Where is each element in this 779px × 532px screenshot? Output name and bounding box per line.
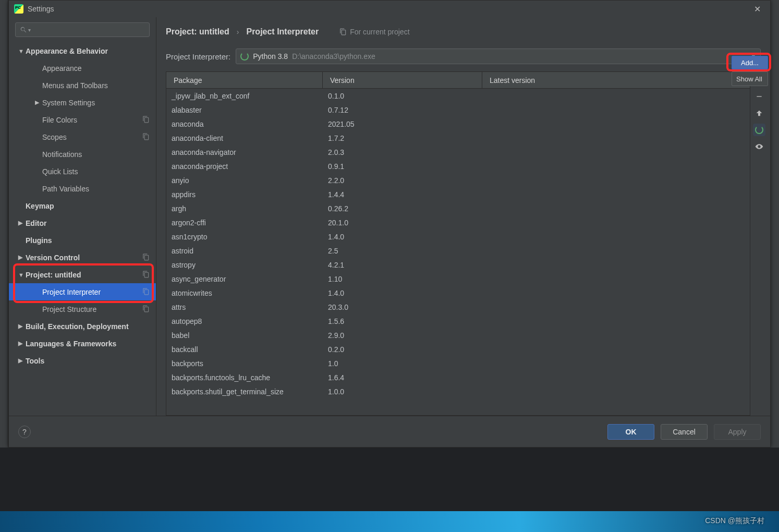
sidebar-item-menus-and-toolbars[interactable]: Menus and Toolbars bbox=[9, 77, 156, 94]
breadcrumb: Project: untitled › Project Interpreter … bbox=[156, 17, 770, 46]
search-history-caret-icon[interactable]: ▾ bbox=[28, 27, 31, 33]
interpreter-dropdown[interactable]: Python 3.8 D:\anaconda3\python.exe ▼ bbox=[236, 49, 761, 64]
ok-button[interactable]: OK bbox=[607, 424, 654, 440]
table-row[interactable]: backports.shutil_get_terminal_size1.0.0 bbox=[166, 384, 750, 398]
sidebar-item-label: Version Control bbox=[26, 253, 80, 262]
sidebar-item-appearance-behavior[interactable]: ▼Appearance & Behavior bbox=[9, 42, 156, 59]
close-icon[interactable]: ✕ bbox=[750, 2, 765, 16]
settings-sidebar: ▾ ▼Appearance & BehaviorAppearanceMenus … bbox=[9, 17, 156, 416]
main-panel: Project: untitled › Project Interpreter … bbox=[156, 17, 770, 416]
tree-arrow-icon: ▶ bbox=[18, 357, 26, 364]
table-row[interactable]: async_generator1.10 bbox=[166, 272, 750, 286]
sidebar-item-path-variables[interactable]: Path Variables bbox=[9, 180, 156, 197]
sidebar-item-label: System Settings bbox=[42, 99, 95, 107]
col-version[interactable]: Version bbox=[323, 72, 482, 88]
table-row[interactable]: _ipyw_jlab_nb_ext_conf0.1.0 bbox=[166, 89, 750, 103]
current-project-hint: For current project bbox=[339, 28, 409, 36]
cancel-button[interactable]: Cancel bbox=[661, 424, 708, 440]
table-row[interactable]: backcall0.2.0 bbox=[166, 342, 750, 356]
sidebar-item-languages-frameworks[interactable]: ▶Languages & Frameworks bbox=[9, 335, 156, 352]
apply-button[interactable]: Apply bbox=[714, 424, 761, 440]
cell-package: backports bbox=[166, 359, 323, 368]
package-toolbar bbox=[750, 71, 768, 416]
sidebar-item-editor[interactable]: ▶Editor bbox=[9, 214, 156, 232]
remove-package-button[interactable] bbox=[753, 90, 765, 103]
sidebar-item-label: Menus and Toolbars bbox=[42, 81, 108, 90]
settings-tree: ▼Appearance & BehaviorAppearanceMenus an… bbox=[9, 42, 156, 416]
table-row[interactable]: anyio2.2.0 bbox=[166, 173, 750, 187]
sidebar-item-label: File Colors bbox=[42, 116, 77, 124]
sidebar-item-label: Scopes bbox=[42, 133, 67, 141]
table-row[interactable]: asn1crypto1.4.0 bbox=[166, 229, 750, 244]
col-latest[interactable]: Latest version bbox=[482, 72, 750, 88]
cell-version: 2.9.0 bbox=[323, 331, 482, 340]
sidebar-item-label: Appearance bbox=[42, 64, 82, 72]
cell-package: anyio bbox=[166, 176, 323, 185]
sidebar-item-project-interpreter[interactable]: Project Interpreter bbox=[9, 283, 156, 300]
sidebar-item-notifications[interactable]: Notifications bbox=[9, 146, 156, 163]
packages-table: Package Version Latest version _ipyw_jla… bbox=[166, 71, 750, 416]
sidebar-item-label: Editor bbox=[26, 219, 46, 227]
sidebar-item-build-execution-deployment[interactable]: ▶Build, Execution, Deployment bbox=[9, 318, 156, 335]
breadcrumb-interpreter: Project Interpreter bbox=[246, 27, 319, 37]
search-input[interactable]: ▾ bbox=[15, 22, 150, 37]
cell-package: backports.shutil_get_terminal_size bbox=[166, 388, 323, 396]
sidebar-item-appearance[interactable]: Appearance bbox=[9, 59, 156, 77]
sidebar-item-version-control[interactable]: ▶Version Control bbox=[9, 249, 156, 266]
table-row[interactable]: argh0.26.2 bbox=[166, 201, 750, 215]
show-all-interpreters-item[interactable]: Show All bbox=[732, 71, 768, 86]
loading-ring-icon bbox=[240, 52, 249, 61]
copy-icon bbox=[339, 28, 347, 35]
sidebar-item-label: Project Structure bbox=[42, 305, 96, 313]
table-row[interactable]: anaconda2021.05 bbox=[166, 117, 750, 131]
breadcrumb-project[interactable]: Project: untitled bbox=[166, 27, 229, 37]
add-interpreter-button[interactable]: Add... bbox=[732, 56, 768, 69]
table-row[interactable]: attrs20.3.0 bbox=[166, 300, 750, 314]
use-conda-button[interactable] bbox=[753, 124, 765, 136]
sidebar-item-quick-lists[interactable]: Quick Lists bbox=[9, 163, 156, 180]
window-title: Settings bbox=[28, 5, 54, 13]
sidebar-item-tools[interactable]: ▶Tools bbox=[9, 352, 156, 369]
table-row[interactable]: backports.functools_lru_cache1.6.4 bbox=[166, 370, 750, 384]
table-row[interactable]: anaconda-client1.7.2 bbox=[166, 131, 750, 145]
sidebar-item-label: Build, Execution, Deployment bbox=[26, 322, 129, 331]
cell-package: astropy bbox=[166, 261, 323, 269]
table-row[interactable]: astropy4.2.1 bbox=[166, 258, 750, 272]
table-row[interactable]: atomicwrites1.4.0 bbox=[166, 286, 750, 300]
sidebar-item-file-colors[interactable]: File Colors bbox=[9, 111, 156, 128]
cell-package: alabaster bbox=[166, 106, 323, 114]
table-row[interactable]: backports1.0 bbox=[166, 356, 750, 370]
cell-package: astroid bbox=[166, 247, 323, 255]
per-project-icon bbox=[142, 288, 150, 297]
sidebar-item-label: Notifications bbox=[42, 150, 82, 159]
table-row[interactable]: babel2.9.0 bbox=[166, 328, 750, 342]
sidebar-item-project-untitled[interactable]: ▼Project: untitled bbox=[9, 266, 156, 283]
show-early-releases-button[interactable] bbox=[753, 140, 765, 153]
cell-version: 20.3.0 bbox=[323, 303, 482, 311]
table-row[interactable]: alabaster0.7.12 bbox=[166, 103, 750, 117]
help-button[interactable]: ? bbox=[18, 426, 31, 438]
cell-version: 1.4.0 bbox=[323, 233, 482, 241]
sidebar-item-plugins[interactable]: Plugins bbox=[9, 232, 156, 249]
pycharm-icon bbox=[14, 4, 23, 14]
upgrade-package-button[interactable] bbox=[753, 107, 765, 119]
table-row[interactable]: appdirs1.4.4 bbox=[166, 187, 750, 201]
table-row[interactable]: autopep81.5.6 bbox=[166, 314, 750, 328]
tree-arrow-icon: ▼ bbox=[18, 48, 26, 54]
col-package[interactable]: Package bbox=[166, 72, 323, 88]
table-row[interactable]: anaconda-project0.9.1 bbox=[166, 159, 750, 173]
taskbar bbox=[0, 511, 779, 532]
per-project-icon bbox=[142, 133, 150, 142]
cell-package: argh bbox=[166, 204, 323, 213]
table-row[interactable]: astroid2.5 bbox=[166, 244, 750, 258]
sidebar-item-label: Appearance & Behavior bbox=[26, 47, 108, 55]
cell-version: 20.1.0 bbox=[323, 219, 482, 227]
sidebar-item-keymap[interactable]: Keymap bbox=[9, 197, 156, 214]
current-project-hint-label: For current project bbox=[350, 28, 409, 36]
table-row[interactable]: argon2-cffi20.1.0 bbox=[166, 215, 750, 229]
sidebar-item-system-settings[interactable]: ▶System Settings bbox=[9, 94, 156, 111]
table-row[interactable]: anaconda-navigator2.0.3 bbox=[166, 145, 750, 159]
sidebar-item-scopes[interactable]: Scopes bbox=[9, 128, 156, 146]
cell-version: 0.1.0 bbox=[323, 92, 482, 100]
sidebar-item-project-structure[interactable]: Project Structure bbox=[9, 300, 156, 318]
